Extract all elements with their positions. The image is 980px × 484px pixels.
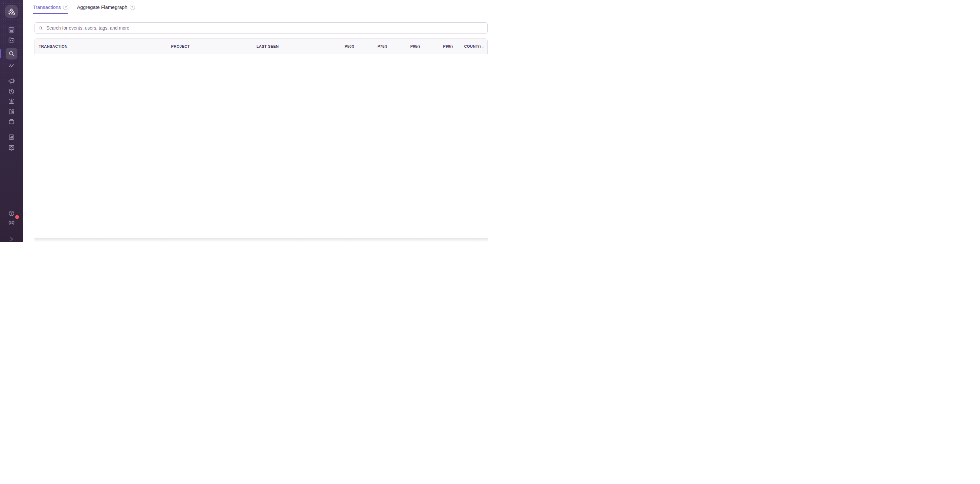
help-icon[interactable]: ? xyxy=(130,5,135,10)
column-header-project[interactable]: PROJECT xyxy=(171,45,256,48)
sidebar xyxy=(0,0,23,242)
tab-label: Aggregate Flamegraph xyxy=(77,4,127,10)
megaphone-icon[interactable] xyxy=(6,75,18,87)
search-icon xyxy=(38,26,43,30)
column-header-count-label: COUNT() xyxy=(464,45,481,48)
search-icon[interactable] xyxy=(6,48,18,59)
column-header-transaction[interactable]: TRANSACTION xyxy=(35,45,171,48)
column-header-p99[interactable]: P99() xyxy=(424,45,457,48)
tab-bar: Transactions ? Aggregate Flamegraph ? xyxy=(33,4,135,14)
scroll-shadow xyxy=(35,238,488,242)
sort-desc-icon: ↓ xyxy=(482,44,484,49)
archive-box-icon[interactable] xyxy=(6,116,18,128)
column-header-p75[interactable]: P75() xyxy=(358,45,391,48)
siren-icon[interactable] xyxy=(6,95,18,107)
active-nav-indicator xyxy=(0,50,1,58)
tab-aggregate-flamegraph[interactable]: Aggregate Flamegraph ? xyxy=(77,4,135,14)
tab-transactions[interactable]: Transactions ? xyxy=(33,4,68,14)
broadcast-icon[interactable] xyxy=(6,216,18,228)
main-content: Transactions ? Aggregate Flamegraph ? TR… xyxy=(23,0,490,242)
sentry-logo[interactable] xyxy=(5,5,18,18)
column-header-last-seen[interactable]: LAST SEEN xyxy=(256,45,326,48)
chevron-right-icon[interactable] xyxy=(6,233,18,242)
column-header-p50[interactable]: P50() xyxy=(326,45,358,48)
column-header-p95[interactable]: P95() xyxy=(391,45,424,48)
column-header-count[interactable]: COUNT() ↓ xyxy=(457,44,487,49)
search-bar[interactable] xyxy=(35,22,488,34)
code-folder-icon[interactable] xyxy=(6,34,18,46)
tab-label: Transactions xyxy=(33,4,61,10)
app-root: Transactions ? Aggregate Flamegraph ? TR… xyxy=(0,0,490,242)
notification-dot xyxy=(15,215,19,219)
search-input[interactable] xyxy=(46,25,484,31)
table-header: TRANSACTION PROJECT LAST SEEN P50() P75(… xyxy=(35,39,487,54)
activity-icon[interactable] xyxy=(6,60,18,72)
help-icon[interactable]: ? xyxy=(63,5,68,10)
gear-icon[interactable] xyxy=(6,141,18,153)
transactions-table: TRANSACTION PROJECT LAST SEEN P50() P75(… xyxy=(35,38,488,54)
